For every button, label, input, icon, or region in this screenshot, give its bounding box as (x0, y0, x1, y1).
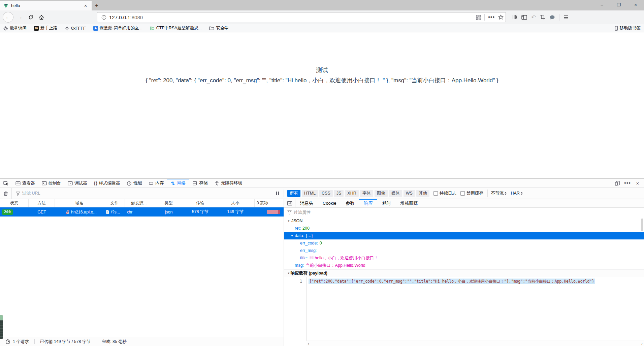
page-actions-icon[interactable]: ••• (488, 14, 495, 20)
col-transferred[interactable]: 传输 (184, 199, 216, 207)
tab-style-editor[interactable]: { } 样式编辑器 (91, 179, 124, 188)
filter-media[interactable]: 媒体 (389, 190, 402, 197)
col-status[interactable]: 状态 (0, 199, 29, 207)
window-controls: – ❐ × (593, 0, 644, 9)
scroll-left-icon[interactable]: ‹ (308, 341, 309, 346)
filter-xhr[interactable]: XHR (345, 190, 358, 197)
bookmark-label: 新手上路 (40, 25, 57, 31)
payload-code-line[interactable]: {"ret":200,"data":{"err_code":0,"err_msg… (307, 277, 595, 341)
menu-hamburger-icon[interactable] (564, 15, 569, 20)
filter-css[interactable]: CSS (319, 190, 333, 197)
detail-tab-cookie[interactable]: Cookie (318, 199, 341, 207)
filter-all[interactable]: 所有 (287, 190, 300, 197)
bookmark-star-icon[interactable] (498, 15, 504, 20)
dropdown-label: 不节流 (491, 191, 504, 196)
properties-filter-box[interactable] (284, 208, 644, 217)
url-filter-box[interactable] (11, 188, 267, 199)
col-domain[interactable]: 域名 (55, 199, 104, 207)
mobile-bookmarks[interactable]: 移动版书签 (615, 25, 641, 31)
url-bar[interactable]: 127.0.0.1:8080 ••• (97, 12, 506, 22)
disable-cache-checkbox[interactable]: 禁用缓存 (460, 191, 483, 196)
detail-tab-timings[interactable]: 耗时 (377, 199, 395, 207)
screenshot-crop-icon[interactable] (540, 15, 545, 20)
devtools-menu-button[interactable]: ••• (623, 179, 632, 187)
tab-console[interactable]: 控制台 (38, 179, 65, 188)
tab-storage[interactable]: 存储 (189, 179, 211, 188)
tree-row-data[interactable]: ▼data:{…} (284, 232, 644, 239)
reload-button[interactable] (26, 12, 36, 22)
tree-row-err-code[interactable]: err_code:0 (284, 239, 644, 247)
bookmark-newbie[interactable]: m 新手上路 (34, 25, 57, 31)
window-minimize-button[interactable]: – (593, 0, 610, 9)
horizontal-scrollbar[interactable]: ‹ › (307, 341, 644, 346)
forward-button[interactable]: → (15, 12, 25, 22)
bookmark-0xffff[interactable]: 0xFFFF (65, 26, 86, 31)
home-button[interactable] (36, 12, 46, 22)
tree-row-err-msg[interactable]: err_msg: (284, 247, 644, 254)
bookmark-ketangpai[interactable]: A 课堂派-简单好用的互... (93, 25, 142, 31)
tab-performance[interactable]: 性能 (123, 179, 145, 188)
col-method[interactable]: 方法 (29, 199, 55, 207)
har-dropdown[interactable]: HAR (511, 191, 522, 196)
filter-html[interactable]: HTML (302, 190, 318, 197)
tree-row-title[interactable]: title:Hi hello，小白，欢迎使用小白接口！ (284, 254, 644, 262)
col-cause[interactable]: 触发源... (125, 199, 153, 207)
detail-tab-stack-trace[interactable]: 堆栈跟踪 (395, 199, 422, 207)
properties-filter-input[interactable] (294, 210, 462, 215)
sidebar-toggle-icon[interactable] (521, 15, 527, 20)
request-row[interactable]: 200 GET hn216.api.o... /?s... xhr json 5… (0, 207, 284, 217)
floating-capture-widget[interactable] (0, 315, 3, 339)
chat-bubble-icon[interactable] (549, 15, 555, 20)
twisty-icon[interactable]: ▼ (287, 272, 291, 275)
url-filter-input[interactable] (22, 191, 224, 196)
detail-tab-response[interactable]: 响应 (359, 199, 377, 207)
payload-section-header[interactable]: ▼ 响应载荷 (payload) (284, 269, 644, 277)
col-type[interactable]: 类型 (153, 199, 184, 207)
filter-images[interactable]: 图像 (375, 190, 388, 197)
filter-ws[interactable]: WS (404, 190, 415, 197)
col-size[interactable]: 大小 (216, 199, 255, 207)
browser-tab[interactable]: hello × (0, 1, 92, 10)
site-info-icon[interactable] (101, 15, 106, 20)
pause-traffic-button[interactable] (276, 192, 279, 195)
tab-debugger[interactable]: 调试器 (64, 179, 91, 188)
detail-tab-headers[interactable]: 消息头 (295, 199, 318, 207)
window-close-button[interactable]: × (627, 0, 644, 9)
throttle-dropdown[interactable]: 不节流 (491, 191, 507, 196)
stopwatch-icon[interactable] (5, 339, 10, 344)
clear-requests-button[interactable] (0, 191, 11, 196)
tab-accessibility[interactable]: 无障碍环境 (211, 179, 246, 188)
bookmark-most-visited[interactable]: 最常访问 (3, 25, 27, 31)
tree-row-msg[interactable]: msg:当前小白接口：App.Hello.World (284, 262, 644, 269)
filter-other[interactable]: 其他 (416, 190, 429, 197)
detail-tab-params[interactable]: 参数 (341, 199, 359, 207)
undo-icon[interactable]: ↶ (531, 14, 536, 21)
tab-close-icon[interactable]: × (82, 2, 89, 9)
json-root-row[interactable]: ▼JSON (284, 217, 644, 225)
twisty-icon[interactable]: ▼ (290, 234, 294, 237)
window-restore-button[interactable]: ❐ (610, 0, 627, 9)
persist-log-checkbox[interactable]: 持续日志 (433, 191, 456, 196)
new-tab-button[interactable]: + (92, 1, 102, 10)
bookmark-ctf-rsa[interactable]: CTF中RSA题型解题思... (150, 25, 202, 31)
twisty-icon[interactable]: ▼ (287, 220, 291, 223)
col-file[interactable]: 文件 (104, 199, 125, 207)
filter-fonts[interactable]: 字体 (360, 190, 373, 197)
pick-element-button[interactable] (0, 179, 12, 188)
filter-js[interactable]: JS (334, 190, 344, 197)
tab-network[interactable]: 网络 (167, 179, 189, 188)
scroll-right-icon[interactable]: › (641, 341, 643, 346)
request-domain: hn216.api.o... (71, 210, 97, 214)
responsive-design-button[interactable] (613, 179, 622, 187)
col-waterfall[interactable]: 0 毫秒 (255, 199, 284, 207)
back-button[interactable]: ← (3, 12, 13, 23)
vertical-scrollbar-thumb[interactable] (641, 219, 643, 231)
tab-inspector[interactable]: 查看器 (12, 179, 38, 188)
devtools-close-button[interactable]: × (633, 179, 642, 187)
bookmark-security-folder[interactable]: 安全学 (209, 25, 229, 31)
qr-code-icon[interactable] (476, 15, 481, 20)
intercept-button[interactable] (284, 199, 295, 207)
tree-row-ret[interactable]: ret:200 (284, 225, 644, 232)
library-icon[interactable] (512, 15, 517, 20)
tab-memory[interactable]: 内存 (145, 179, 167, 188)
